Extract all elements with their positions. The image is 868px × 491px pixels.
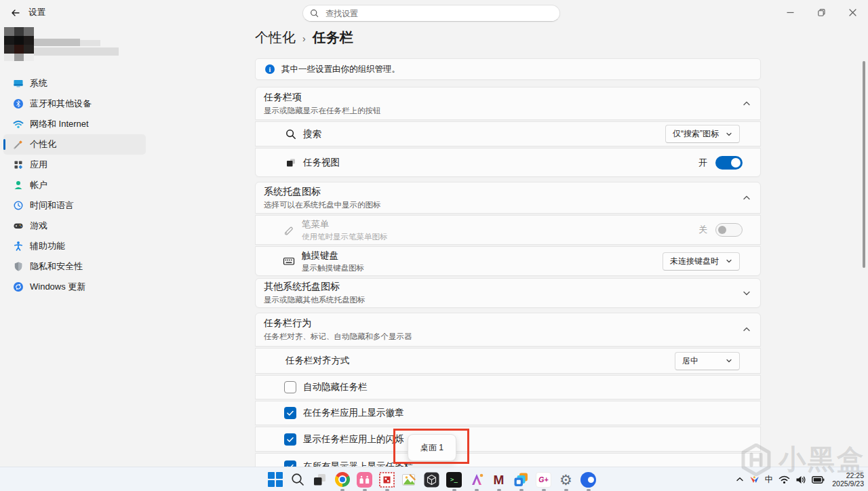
pen-menu-toggle[interactable]: [715, 223, 743, 237]
show-badges-row: 在任务栏应用上显示徽章: [255, 401, 761, 425]
tray-colorful-v-icon[interactable]: [749, 475, 760, 484]
accessibility-icon: [12, 241, 24, 252]
taskbar-items-header[interactable]: 任务栏项 显示或隐藏显示在任务栏上的按钮: [255, 87, 761, 120]
section-subtitle: 选择可以在系统托盘中显示的图标: [264, 200, 381, 210]
sidebar-item-windows-update[interactable]: Windows 更新: [3, 277, 146, 297]
pen-menu-row: 笔菜单 使用笔时显示笔菜单图标 关: [255, 215, 761, 245]
sidebar-item-label: 个性化: [30, 138, 56, 151]
sidebar-item-label: 时间和语言: [30, 199, 74, 212]
windows-start-icon[interactable]: [267, 471, 283, 488]
back-button[interactable]: [8, 6, 23, 20]
titlebar: 设置: [0, 0, 868, 24]
sidebar-item-accounts[interactable]: 帐户: [3, 175, 146, 195]
restore-icon: [818, 9, 825, 16]
chevron-up-icon[interactable]: [743, 326, 751, 334]
touch-keyboard-dropdown[interactable]: 未连接键盘时: [663, 252, 740, 271]
g-plus-app-icon[interactable]: G+: [535, 471, 552, 488]
wifi-icon[interactable]: [778, 475, 790, 484]
minimize-button[interactable]: [774, 0, 806, 24]
auto-hide-checkbox[interactable]: [284, 381, 296, 393]
sidebar-item-personalization[interactable]: 个性化: [3, 134, 146, 155]
user-email-redacted: [34, 47, 119, 56]
show-flashing-row: 显示任务栏应用上的闪烁: [255, 427, 761, 452]
image-editor-app-icon[interactable]: [401, 471, 418, 488]
sidebar-item-system[interactable]: 系统: [3, 73, 146, 94]
show-flashing-label: 显示任务栏应用上的闪烁: [303, 433, 404, 446]
touch-keyboard-label: 触摸键盘: [302, 250, 364, 262]
vmware-app-icon[interactable]: [513, 471, 530, 488]
sidebar-item-label: 辅助功能: [30, 240, 65, 252]
avatar[interactable]: [4, 27, 34, 61]
vertical-scrollbar[interactable]: [863, 61, 865, 268]
window-controls: [774, 0, 868, 24]
alignment-value: 居中: [682, 355, 698, 367]
blue-circle-app-icon[interactable]: [580, 471, 597, 488]
task-view-toggle[interactable]: [715, 156, 743, 170]
sidebar-item-accessibility[interactable]: 辅助功能: [3, 236, 146, 256]
terminal-app-icon[interactable]: >_: [446, 471, 462, 488]
pink-app-icon[interactable]: [356, 471, 373, 488]
restore-button[interactable]: [806, 0, 837, 24]
m-dark-red-app-icon[interactable]: M: [490, 471, 507, 488]
check-icon: [286, 409, 294, 417]
settings-search-box[interactable]: [302, 5, 560, 22]
sidebar-item-gaming[interactable]: 游戏: [3, 216, 146, 236]
taskbar-search-icon[interactable]: [289, 471, 306, 488]
breadcrumb-parent[interactable]: 个性化: [255, 28, 296, 47]
other-tray-icons-header[interactable]: 其他系统托盘图标 显示或隐藏其他系统托盘图标: [255, 278, 761, 308]
pen-menu-description: 使用笔时显示笔菜单图标: [302, 232, 388, 242]
chevron-down-icon: [726, 131, 732, 138]
section-subtitle: 显示或隐藏其他系统托盘图标: [264, 295, 366, 305]
pen-icon: [283, 224, 295, 236]
check-icon: [286, 435, 294, 444]
taskbar-alignment-row: 任务栏对齐方式 居中: [255, 348, 761, 374]
search-icon: [310, 9, 319, 18]
sidebar-item-bluetooth[interactable]: 蓝牙和其他设备: [3, 94, 146, 114]
sidebar-item-privacy[interactable]: 隐私和安全性: [3, 256, 146, 277]
tray-clock[interactable]: 22:25 2025/9/23: [832, 471, 864, 488]
touch-keyboard-description: 显示触摸键盘图标: [302, 263, 364, 273]
sidebar-item-apps[interactable]: 应用: [3, 155, 146, 175]
battery-icon[interactable]: [812, 475, 825, 484]
search-input[interactable]: [324, 8, 553, 19]
app-title: 设置: [28, 7, 45, 18]
alignment-dropdown[interactable]: 居中: [675, 352, 740, 370]
chrome-icon[interactable]: [334, 471, 351, 488]
sidebar-item-label: Windows 更新: [30, 281, 85, 293]
cube-app-icon[interactable]: [423, 471, 440, 488]
show-flashing-checkbox[interactable]: [284, 433, 296, 446]
section-title: 系统托盘图标: [264, 186, 381, 198]
system-icon: [12, 78, 24, 90]
chevron-down-icon[interactable]: [743, 289, 751, 297]
chevron-up-icon[interactable]: [743, 194, 751, 202]
sidebar-item-network[interactable]: 网络和 Internet: [3, 114, 146, 134]
taskbar-behaviors-header[interactable]: 任务栏行为 任务栏对齐、标记、自动隐藏和多个显示器: [255, 313, 761, 347]
sidebar-item-time-language[interactable]: 时间和语言: [3, 195, 146, 216]
show-badges-label: 在任务栏应用上显示徽章: [303, 407, 404, 419]
minimize-icon: [787, 9, 794, 16]
breadcrumb: 个性化 › 任务栏: [255, 28, 353, 47]
network-icon: [12, 119, 24, 130]
tray-chevron-up-icon[interactable]: [736, 475, 744, 484]
ime-indicator[interactable]: 中: [765, 474, 774, 486]
close-button[interactable]: [837, 0, 868, 24]
managed-banner-text: 其中一些设置由你的组织管理。: [281, 64, 400, 75]
chevron-up-icon[interactable]: [743, 100, 751, 108]
auto-hide-taskbar-row: 自动隐藏任务栏: [255, 375, 761, 399]
system-tray-header[interactable]: 系统托盘图标 选择可以在系统托盘中显示的图标: [255, 182, 761, 214]
gear-app-icon[interactable]: ⚙: [557, 471, 574, 488]
red-grid-app-icon[interactable]: [378, 471, 395, 488]
sidebar-item-label: 隐私和安全性: [30, 260, 83, 273]
volume-icon[interactable]: [795, 475, 806, 485]
alignment-label: 任务栏对齐方式: [285, 355, 350, 367]
show-badges-checkbox[interactable]: [284, 407, 296, 419]
taskbar-task-view-icon[interactable]: [311, 471, 328, 488]
search-mode-dropdown[interactable]: 仅“搜索”图标: [665, 125, 740, 143]
pen-menu-toggle-state: 关: [698, 224, 707, 236]
section-subtitle: 显示或隐藏显示在任务栏上的按钮: [264, 106, 381, 116]
a-gradient-app-icon[interactable]: [468, 471, 485, 488]
task-view-row: 任务视图 开: [255, 148, 761, 177]
search-setting-row: 搜索 仅“搜索”图标: [255, 121, 761, 146]
touch-keyboard-value: 未连接键盘时: [670, 256, 719, 267]
user-name-redacted: [34, 39, 80, 46]
